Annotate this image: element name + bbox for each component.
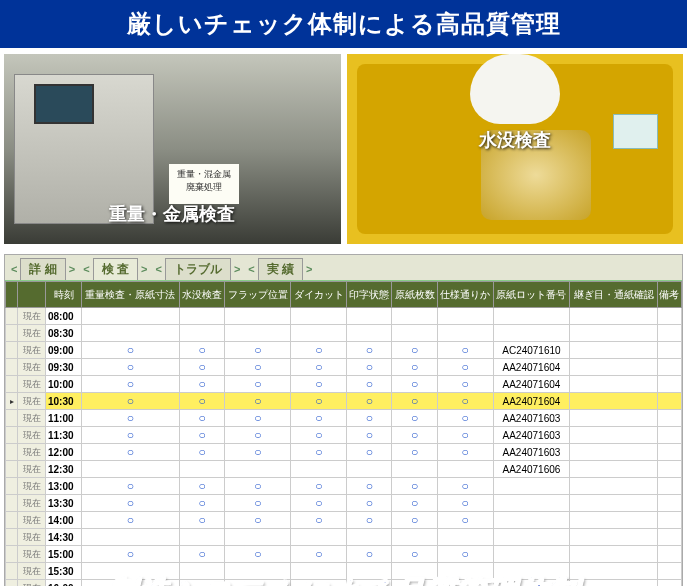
- check-cell[interactable]: [179, 461, 224, 478]
- lot-cell[interactable]: [493, 512, 570, 529]
- remarks-cell[interactable]: [657, 444, 681, 461]
- remarks-cell[interactable]: [657, 478, 681, 495]
- check-cell[interactable]: ○: [82, 444, 180, 461]
- check-cell[interactable]: [82, 325, 180, 342]
- check-cell[interactable]: ○: [392, 478, 437, 495]
- check-cell[interactable]: [82, 308, 180, 325]
- check-cell[interactable]: ○: [392, 393, 437, 410]
- check-cell[interactable]: ○: [347, 427, 392, 444]
- row-selector[interactable]: [6, 444, 18, 461]
- check-cell[interactable]: ○: [437, 512, 493, 529]
- row-selector[interactable]: [6, 512, 18, 529]
- check-cell[interactable]: ○: [225, 512, 291, 529]
- joint-cell[interactable]: [570, 512, 657, 529]
- check-cell[interactable]: ○: [437, 478, 493, 495]
- check-cell[interactable]: [82, 529, 180, 546]
- tab-prev-0[interactable]: <: [8, 262, 20, 276]
- check-cell[interactable]: ○: [437, 342, 493, 359]
- check-cell[interactable]: ○: [291, 512, 347, 529]
- remarks-cell[interactable]: [657, 427, 681, 444]
- lot-cell[interactable]: AA24071603: [493, 427, 570, 444]
- tab-2[interactable]: トラブル: [165, 258, 231, 280]
- check-cell[interactable]: ○: [82, 342, 180, 359]
- check-cell[interactable]: ○: [82, 512, 180, 529]
- check-cell[interactable]: ○: [179, 342, 224, 359]
- check-cell[interactable]: ○: [225, 376, 291, 393]
- check-cell[interactable]: [347, 529, 392, 546]
- check-cell[interactable]: ○: [437, 359, 493, 376]
- joint-cell[interactable]: [570, 529, 657, 546]
- check-cell[interactable]: [347, 461, 392, 478]
- check-cell[interactable]: ○: [347, 444, 392, 461]
- row-selector[interactable]: [6, 461, 18, 478]
- remarks-cell[interactable]: [657, 529, 681, 546]
- check-cell[interactable]: [291, 461, 347, 478]
- check-cell[interactable]: ○: [179, 359, 224, 376]
- joint-cell[interactable]: [570, 376, 657, 393]
- tab-1[interactable]: 検 査: [93, 258, 138, 280]
- row-selector[interactable]: [6, 546, 18, 563]
- remarks-cell[interactable]: [657, 359, 681, 376]
- check-cell[interactable]: ○: [291, 546, 347, 563]
- check-cell[interactable]: ○: [179, 410, 224, 427]
- check-cell[interactable]: ○: [392, 546, 437, 563]
- row-selector[interactable]: [6, 410, 18, 427]
- check-cell[interactable]: [392, 461, 437, 478]
- check-cell[interactable]: [291, 308, 347, 325]
- check-cell[interactable]: [179, 529, 224, 546]
- check-cell[interactable]: ○: [82, 478, 180, 495]
- tab-next-3[interactable]: >: [303, 262, 315, 276]
- lot-cell[interactable]: AA24071606: [493, 461, 570, 478]
- joint-cell[interactable]: [570, 461, 657, 478]
- check-cell[interactable]: ○: [179, 393, 224, 410]
- check-cell[interactable]: ○: [291, 427, 347, 444]
- check-cell[interactable]: ○: [347, 478, 392, 495]
- check-cell[interactable]: ○: [347, 512, 392, 529]
- check-cell[interactable]: ○: [291, 495, 347, 512]
- check-cell[interactable]: ○: [291, 478, 347, 495]
- check-cell[interactable]: ○: [225, 478, 291, 495]
- row-selector[interactable]: [6, 427, 18, 444]
- check-cell[interactable]: ○: [179, 427, 224, 444]
- table-row[interactable]: ▸現在10:30○○○○○○○AA24071604: [6, 393, 682, 410]
- check-cell[interactable]: [179, 325, 224, 342]
- check-cell[interactable]: [347, 325, 392, 342]
- table-row[interactable]: 現在14:30: [6, 529, 682, 546]
- table-row[interactable]: 現在11:30○○○○○○○AA24071603: [6, 427, 682, 444]
- check-cell[interactable]: ○: [392, 376, 437, 393]
- check-cell[interactable]: [437, 529, 493, 546]
- remarks-cell[interactable]: [657, 325, 681, 342]
- lot-cell[interactable]: AA24071604: [493, 393, 570, 410]
- check-cell[interactable]: ○: [291, 410, 347, 427]
- joint-cell[interactable]: [570, 444, 657, 461]
- row-selector[interactable]: [6, 376, 18, 393]
- row-selector[interactable]: ▸: [6, 393, 18, 410]
- check-cell[interactable]: ○: [291, 444, 347, 461]
- table-row[interactable]: 現在08:00: [6, 308, 682, 325]
- row-selector[interactable]: [6, 478, 18, 495]
- row-selector[interactable]: [6, 359, 18, 376]
- check-cell[interactable]: ○: [179, 478, 224, 495]
- check-cell[interactable]: ○: [392, 342, 437, 359]
- lot-cell[interactable]: AA24071603: [493, 410, 570, 427]
- inspection-grid[interactable]: 時刻重量検査・原紙寸法水没検査フラップ位置ダイカット印字状態原紙枚数仕様通りか原…: [5, 281, 682, 586]
- table-row[interactable]: 現在13:30○○○○○○○: [6, 495, 682, 512]
- check-cell[interactable]: [392, 308, 437, 325]
- check-cell[interactable]: ○: [437, 444, 493, 461]
- lot-cell[interactable]: [493, 308, 570, 325]
- check-cell[interactable]: ○: [291, 376, 347, 393]
- check-cell[interactable]: [291, 325, 347, 342]
- check-cell[interactable]: ○: [392, 427, 437, 444]
- lot-cell[interactable]: [493, 546, 570, 563]
- check-cell[interactable]: ○: [437, 427, 493, 444]
- remarks-cell[interactable]: [657, 461, 681, 478]
- check-cell[interactable]: [82, 461, 180, 478]
- table-row[interactable]: 現在10:00○○○○○○○AA24071604: [6, 376, 682, 393]
- joint-cell[interactable]: [570, 410, 657, 427]
- check-cell[interactable]: ○: [291, 393, 347, 410]
- check-cell[interactable]: [437, 308, 493, 325]
- check-cell[interactable]: ○: [179, 546, 224, 563]
- check-cell[interactable]: ○: [347, 393, 392, 410]
- lot-cell[interactable]: [493, 325, 570, 342]
- check-cell[interactable]: ○: [82, 410, 180, 427]
